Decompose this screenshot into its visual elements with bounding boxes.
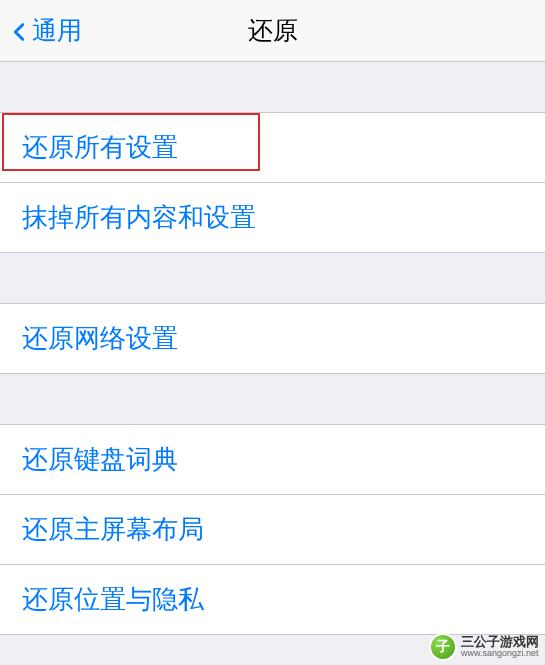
list-item-label: 还原键盘词典 [22,444,178,474]
section-gap [0,374,545,424]
back-label: 通用 [32,14,82,47]
reset-keyboard-dict[interactable]: 还原键盘词典 [0,424,545,495]
list-item-label: 还原主屏幕布局 [22,514,204,544]
chevron-left-icon [8,20,30,42]
reset-all-settings[interactable]: 还原所有设置 [0,112,545,183]
reset-network[interactable]: 还原网络设置 [0,303,545,374]
section-gap [0,62,545,112]
watermark-text: 三公子游戏网 www.sangongzi.net [461,635,539,659]
list-item-label: 还原所有设置 [22,132,178,162]
reset-location-privacy[interactable]: 还原位置与隐私 [0,565,545,635]
watermark-en: www.sangongzi.net [461,649,539,659]
navbar: 通用 还原 [0,0,545,62]
erase-all-content[interactable]: 抹掉所有内容和设置 [0,183,545,253]
watermark-cn: 三公子游戏网 [461,635,539,649]
watermark-logo-icon: 子 [429,633,457,661]
reset-home-layout[interactable]: 还原主屏幕布局 [0,495,545,565]
watermark: 子 三公子游戏网 www.sangongzi.net [429,633,539,661]
section-gap [0,253,545,303]
list-item-label: 还原位置与隐私 [22,584,204,614]
list-item-label: 抹掉所有内容和设置 [22,202,256,232]
back-button[interactable]: 通用 [0,14,82,47]
list-item-label: 还原网络设置 [22,323,178,353]
